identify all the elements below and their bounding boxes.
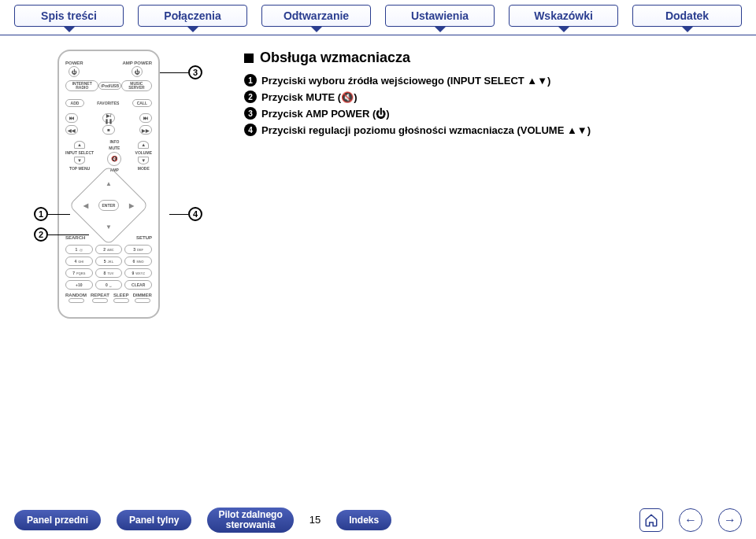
label-dimmer: DIMMER [133, 293, 152, 297]
dpad-up[interactable]: ▲ [106, 180, 112, 187]
btn-dimmer[interactable] [135, 298, 150, 303]
home-button[interactable] [639, 508, 663, 532]
main-content: 1 2 3 4 POWER ⏻ AMP POWER ⏻ [0, 35, 756, 319]
link-rear-panel[interactable]: Panel tylny [117, 510, 191, 530]
page-number: 15 [309, 514, 321, 526]
dpad-right[interactable]: ▶ [129, 202, 134, 209]
power-button[interactable]: ⏻ [69, 66, 80, 77]
tab-contents[interactable]: Spis treści [14, 5, 124, 27]
tab-playback[interactable]: Odtwarzanie [261, 5, 371, 27]
btn-ff[interactable]: ▶▶ [139, 125, 152, 135]
bullet-2: 2 [244, 90, 257, 103]
label-top-menu: TOP MENU [69, 166, 90, 171]
btn-rew[interactable]: ◀◀ [65, 125, 78, 135]
dpad-left[interactable]: ◀ [83, 202, 88, 209]
remote-wrap: 1 2 3 4 POWER ⏻ AMP POWER ⏻ [57, 50, 176, 319]
mute-button[interactable]: 🔇 [107, 152, 121, 166]
volume-up[interactable]: ▲ [138, 141, 149, 149]
btn-add[interactable]: ADD [65, 99, 84, 107]
key-8[interactable]: 8TUV [95, 268, 123, 278]
callout-2: 2 [34, 227, 48, 242]
key-4[interactable]: 4GHI [65, 257, 93, 266]
btn-next[interactable]: ⏭ [139, 113, 152, 123]
remote-body: POWER ⏻ AMP POWER ⏻ INTERNET RADIO iPod/… [57, 50, 160, 319]
callout-4: 4 [188, 207, 202, 221]
tab-settings[interactable]: Ustawienia [385, 5, 495, 27]
lead-2 [48, 234, 89, 235]
key-plus10[interactable]: +10 [65, 280, 93, 290]
key-9[interactable]: 9WXYZ [124, 268, 152, 278]
dpad-enter[interactable]: ENTER [98, 200, 119, 211]
btn-call[interactable]: CALL [132, 99, 152, 107]
label-info: INFO [109, 139, 119, 144]
btn-ipod-usb[interactable]: iPod/USB [98, 82, 120, 90]
input-select-up[interactable]: ▲ [74, 141, 85, 149]
label-amp-power: AMP POWER [122, 61, 152, 65]
top-nav: Spis treści Połączenia Odtwarzanie Ustaw… [0, 0, 756, 27]
label-mode: MODE [138, 166, 150, 171]
label-power: POWER [65, 61, 83, 65]
btn-internet-radio[interactable]: INTERNET RADIO [65, 80, 98, 91]
label-mute: MUTE [109, 146, 120, 150]
label-random: RANDOM [65, 293, 87, 297]
tab-connections[interactable]: Połączenia [138, 5, 247, 27]
footer-nav: Panel przedni Panel tylny Pilot zdalnego… [0, 508, 756, 533]
desc-item-2: 2 Przycisk MUTE (🔇) [244, 90, 742, 103]
label-volume: VOLUME [135, 150, 152, 155]
label-setup: SETUP [136, 235, 152, 240]
key-6[interactable]: 6MNO [124, 257, 152, 266]
amp-power-button[interactable]: ⏻ [132, 66, 143, 77]
dpad-down[interactable]: ▼ [106, 223, 112, 231]
key-0[interactable]: 0␣ [95, 280, 123, 290]
keypad: 1.@ 2ABC 3DEF 4GHI 5JKL 6MNO 7PQRS 8TUV … [65, 245, 152, 290]
bullet-3: 3 [244, 107, 257, 120]
bullet-4: 4 [244, 124, 257, 136]
lead-1 [48, 214, 70, 215]
lead-4 [169, 214, 188, 215]
label-favorites: FAVORITES [97, 101, 119, 105]
section-title: Obsługa wzmacniacza [244, 50, 742, 66]
lead-3 [160, 72, 188, 73]
btn-repeat[interactable] [92, 298, 108, 303]
desc-item-1: 1 Przyciski wyboru źródła wejściowego (I… [244, 74, 742, 87]
btn-sleep[interactable] [113, 298, 129, 303]
remote-column: 1 2 3 4 POWER ⏻ AMP POWER ⏻ [14, 50, 219, 319]
tab-appendix[interactable]: Dodatek [632, 5, 742, 27]
desc-item-4: 4 Przyciski regulacji poziomu głośności … [244, 124, 742, 136]
key-5[interactable]: 5JKL [95, 257, 123, 266]
dpad: ▲ ▼ ◀ ▶ ENTER [80, 177, 137, 234]
label-search: SEARCH [65, 235, 85, 240]
callout-3: 3 [188, 65, 202, 79]
description-column: Obsługa wzmacniacza 1 Przyciski wyboru ź… [228, 50, 742, 319]
btn-prev[interactable]: ⏮ [65, 113, 78, 123]
key-clear[interactable]: CLEAR [124, 280, 152, 290]
link-remote[interactable]: Pilot zdalnego sterowania [207, 508, 293, 533]
btn-playpause[interactable]: ▶/❚❚ [102, 113, 115, 123]
house-icon [644, 513, 658, 527]
key-7[interactable]: 7PQRS [65, 268, 93, 278]
link-front-panel[interactable]: Panel przedni [14, 510, 101, 530]
tab-tips[interactable]: Wskazówki [509, 5, 618, 27]
btn-random[interactable] [69, 298, 84, 303]
label-sleep: SLEEP [113, 293, 129, 297]
btn-music-server[interactable]: MUSIC SERVER [121, 80, 152, 91]
bullet-1: 1 [244, 74, 257, 87]
link-index[interactable]: Indeks [336, 510, 391, 530]
desc-item-3: 3 Przycisk AMP POWER (⏻) [244, 107, 742, 120]
input-select-down[interactable]: ▼ [74, 157, 85, 164]
key-1[interactable]: 1.@ [65, 245, 93, 254]
next-page-button[interactable]: → [718, 508, 742, 532]
key-3[interactable]: 3DEF [124, 245, 152, 254]
prev-page-button[interactable]: ← [679, 508, 702, 532]
key-2[interactable]: 2ABC [95, 245, 123, 254]
volume-down[interactable]: ▼ [138, 157, 149, 164]
label-input-select: INPUT SELECT [65, 150, 94, 155]
callout-1: 1 [34, 207, 48, 221]
btn-stop[interactable]: ■ [102, 125, 115, 135]
square-bullet-icon [244, 54, 254, 63]
label-repeat: REPEAT [91, 293, 109, 297]
